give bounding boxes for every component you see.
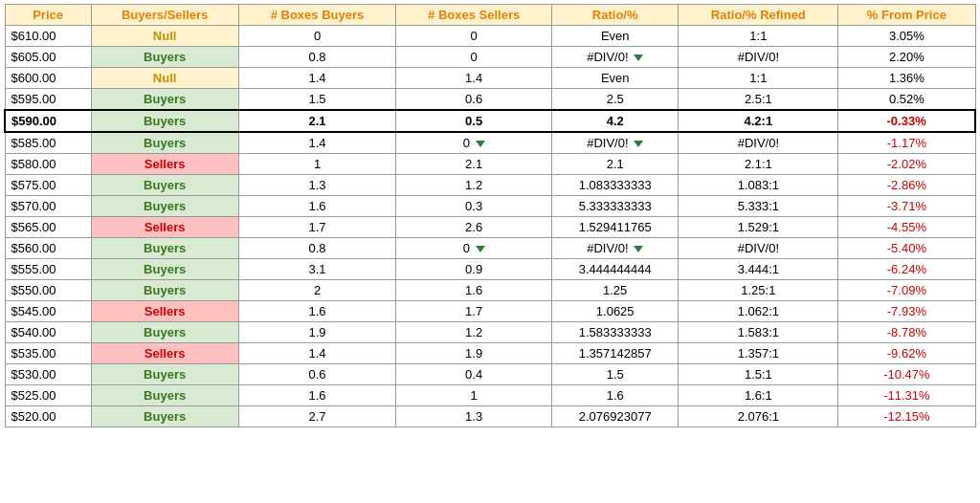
boxes-buyers-cell: 1.4 <box>238 68 396 89</box>
buyers-sellers-cell: Null <box>91 26 238 47</box>
buyers-sellers-cell: Buyers <box>91 132 238 154</box>
pct-from-price-cell: -7.09% <box>838 280 975 301</box>
ratio-refined-cell: 5.333:1 <box>679 196 838 217</box>
boxes-buyers-cell: 1.6 <box>238 196 396 217</box>
buyers-sellers-cell: Buyers <box>91 406 238 427</box>
boxes-sellers-cell: 1.3 <box>396 406 552 427</box>
ratio-cell: 1.083333333 <box>551 175 678 196</box>
triangle-down-icon <box>476 246 485 252</box>
ratio-refined-cell: 4.2:1 <box>679 110 838 132</box>
boxes-sellers-cell: 0.6 <box>396 89 552 111</box>
table-row: $530.00Buyers0.60.41.51.5:1-10.47% <box>5 364 975 385</box>
buyers-sellers-cell: Sellers <box>91 217 238 238</box>
pct-from-price-cell: -2.02% <box>838 154 975 175</box>
boxes-buyers-cell: 0.8 <box>238 238 396 259</box>
boxes-buyers-cell: 0.8 <box>238 47 396 68</box>
table-row: $520.00Buyers2.71.32.0769230772.076:1-12… <box>5 406 975 427</box>
buyers-sellers-cell: Null <box>91 68 238 89</box>
ratio-cell: 2.076923077 <box>551 406 678 427</box>
triangle-down-icon <box>476 141 485 147</box>
table-row: $585.00Buyers1.40 #DIV/0! #DIV/0!-1.17% <box>5 132 975 154</box>
ratio-refined-cell: 1.062:1 <box>679 301 838 322</box>
triangle-down-icon <box>634 55 643 61</box>
boxes-sellers-cell: 0 <box>396 26 552 47</box>
table-row: $560.00Buyers0.80 #DIV/0! #DIV/0!-5.40% <box>5 238 975 259</box>
boxes-buyers-cell: 1.4 <box>238 132 396 154</box>
boxes-buyers-cell: 1.9 <box>238 322 396 343</box>
ratio-refined-cell: 3.444:1 <box>679 259 838 280</box>
table-row: $610.00Null00Even1:13.05% <box>5 26 975 47</box>
table-row: $570.00Buyers1.60.35.3333333335.333:1-3.… <box>5 196 975 217</box>
ratio-cell: 1.6 <box>551 385 678 406</box>
ratio-refined-cell: 1.5:1 <box>679 364 838 385</box>
boxes-buyers-cell: 2 <box>238 280 396 301</box>
boxes-buyers-cell: 0.6 <box>238 364 396 385</box>
boxes-buyers-cell: 2.1 <box>238 110 396 132</box>
boxes-sellers-cell: 1.2 <box>396 322 552 343</box>
pct-from-price-cell: 0.52% <box>838 89 975 111</box>
boxes-buyers-cell: 1.6 <box>238 301 396 322</box>
price-cell: $520.00 <box>5 406 91 427</box>
buyers-sellers-cell: Buyers <box>91 280 238 301</box>
price-cell: $555.00 <box>5 259 91 280</box>
col-header-boxs: # Boxes Sellers <box>396 5 552 26</box>
boxes-buyers-cell: 0 <box>238 26 396 47</box>
table-row: $580.00Sellers12.12.12.1:1-2.02% <box>5 154 975 175</box>
table-row: $605.00Buyers0.80#DIV/0! #DIV/0!2.20% <box>5 47 975 68</box>
price-cell: $540.00 <box>5 322 91 343</box>
price-cell: $570.00 <box>5 196 91 217</box>
table-row: $525.00Buyers1.611.61.6:1-11.31% <box>5 385 975 406</box>
price-cell: $545.00 <box>5 301 91 322</box>
buyers-sellers-cell: Buyers <box>91 238 238 259</box>
ratio-cell: #DIV/0! <box>551 132 678 154</box>
table-row: $590.00Buyers2.10.54.24.2:1-0.33% <box>5 110 975 132</box>
table-row: $545.00Sellers1.61.71.06251.062:1-7.93% <box>5 301 975 322</box>
price-cell: $605.00 <box>5 47 91 68</box>
pct-from-price-cell: -9.62% <box>838 343 975 364</box>
ratio-cell: 4.2 <box>551 110 678 132</box>
price-cell: $575.00 <box>5 175 91 196</box>
col-header-boxb: # Boxes Buyers <box>238 5 396 26</box>
ratio-refined-cell: 1:1 <box>679 68 838 89</box>
table-row: $595.00Buyers1.50.62.52.5:10.52% <box>5 89 975 111</box>
buyers-sellers-cell: Buyers <box>91 385 238 406</box>
price-cell: $530.00 <box>5 364 91 385</box>
price-cell: $565.00 <box>5 217 91 238</box>
ratio-cell: 1.529411765 <box>551 217 678 238</box>
ratio-refined-cell: 1.083:1 <box>679 175 838 196</box>
ratio-cell: 1.5 <box>551 364 678 385</box>
col-header-price: Price <box>5 5 91 26</box>
boxes-sellers-cell: 1.6 <box>396 280 552 301</box>
boxes-buyers-cell: 2.7 <box>238 406 396 427</box>
col-header-ratio-r: Ratio/% Refined <box>679 5 838 26</box>
ratio-cell: 1.583333333 <box>551 322 678 343</box>
buyers-sellers-cell: Buyers <box>91 196 238 217</box>
pct-from-price-cell: -6.24% <box>838 259 975 280</box>
header-row: Price Buyers/Sellers # Boxes Buyers # Bo… <box>5 5 975 26</box>
pct-from-price-cell: -11.31% <box>838 385 975 406</box>
triangle-down-icon <box>634 246 643 252</box>
buyers-sellers-cell: Buyers <box>91 322 238 343</box>
pct-from-price-cell: -8.78% <box>838 322 975 343</box>
boxes-buyers-cell: 1.3 <box>238 175 396 196</box>
ratio-refined-cell: 2.076:1 <box>679 406 838 427</box>
boxes-sellers-cell: 2.1 <box>396 154 552 175</box>
boxes-sellers-cell: 0.3 <box>396 196 552 217</box>
pct-from-price-cell: -1.17% <box>838 132 975 154</box>
price-cell: $600.00 <box>5 68 91 89</box>
buyers-sellers-cell: Buyers <box>91 175 238 196</box>
ratio-cell: 1.0625 <box>551 301 678 322</box>
price-cell: $590.00 <box>5 110 91 132</box>
col-header-ratio: Ratio/% <box>551 5 678 26</box>
ratio-cell: #DIV/0! <box>551 47 678 68</box>
ratio-refined-cell: 1.6:1 <box>679 385 838 406</box>
pct-from-price-cell: -10.47% <box>838 364 975 385</box>
ratio-cell: 5.333333333 <box>551 196 678 217</box>
boxes-sellers-cell: 1 <box>396 385 552 406</box>
boxes-buyers-cell: 1.6 <box>238 385 396 406</box>
pct-from-price-cell: -7.93% <box>838 301 975 322</box>
buyers-sellers-cell: Buyers <box>91 364 238 385</box>
buyers-sellers-cell: Buyers <box>91 110 238 132</box>
pct-from-price-cell: 2.20% <box>838 47 975 68</box>
price-cell: $525.00 <box>5 385 91 406</box>
